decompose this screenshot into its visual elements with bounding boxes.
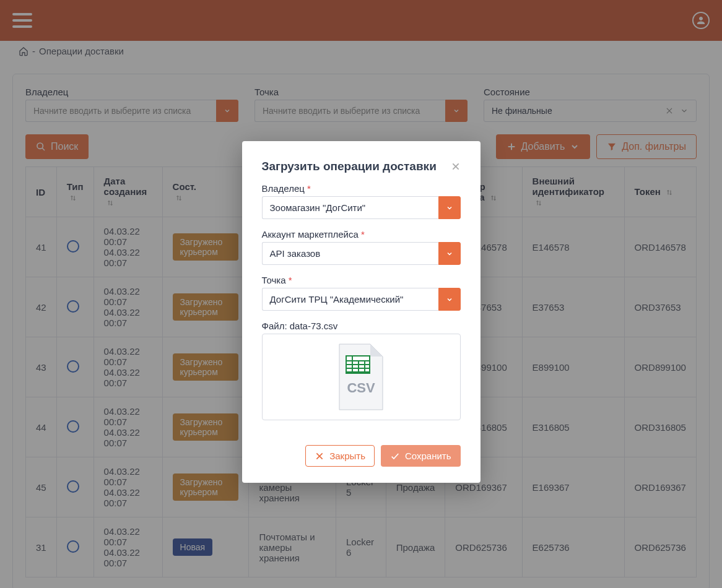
modal-title: Загрузить операции доставки [262, 160, 437, 173]
modal-point-select[interactable]: ДогСити ТРЦ "Академический" [262, 288, 438, 311]
upload-modal: Загрузить операции доставки Владелец * З… [242, 141, 481, 483]
csv-file-icon: CSV [333, 343, 389, 411]
chevron-down-icon [446, 204, 453, 212]
modal-point-dropdown[interactable] [438, 288, 461, 311]
svg-rect-15 [347, 365, 352, 368]
svg-rect-19 [347, 369, 352, 371]
modal-owner-dropdown[interactable] [438, 196, 461, 219]
svg-rect-17 [359, 365, 364, 368]
svg-rect-21 [359, 369, 364, 371]
svg-rect-16 [353, 365, 358, 368]
chevron-down-icon [446, 296, 453, 303]
close-icon [315, 451, 324, 461]
svg-rect-9 [347, 357, 352, 360]
check-icon [390, 451, 400, 461]
modal-owner-select[interactable]: Зоомагазин "ДогСити" [262, 196, 438, 219]
modal-account-select[interactable]: API заказов [262, 242, 438, 265]
modal-point-label: Точка * [262, 275, 461, 285]
svg-rect-13 [359, 361, 364, 364]
svg-rect-10 [353, 357, 369, 360]
svg-rect-11 [347, 361, 352, 364]
svg-rect-22 [365, 369, 369, 371]
svg-rect-20 [353, 369, 358, 371]
svg-rect-18 [365, 365, 369, 368]
modal-overlay[interactable]: Загрузить операции доставки Владелец * З… [0, 0, 722, 588]
svg-text:CSV: CSV [347, 380, 375, 396]
modal-account-dropdown[interactable] [438, 242, 461, 265]
modal-close-button[interactable]: Закрыть [305, 445, 375, 467]
modal-save-button[interactable]: Сохранить [381, 445, 461, 467]
modal-owner-label: Владелец * [262, 183, 461, 194]
close-icon[interactable] [451, 162, 461, 171]
modal-account-label: Аккаунт маркетплейса * [262, 229, 461, 240]
modal-file-label: Файл: data-73.csv [262, 321, 461, 331]
file-dropzone[interactable]: CSV [262, 334, 461, 420]
svg-rect-12 [353, 361, 358, 364]
chevron-down-icon [446, 250, 453, 257]
svg-rect-14 [365, 361, 369, 364]
